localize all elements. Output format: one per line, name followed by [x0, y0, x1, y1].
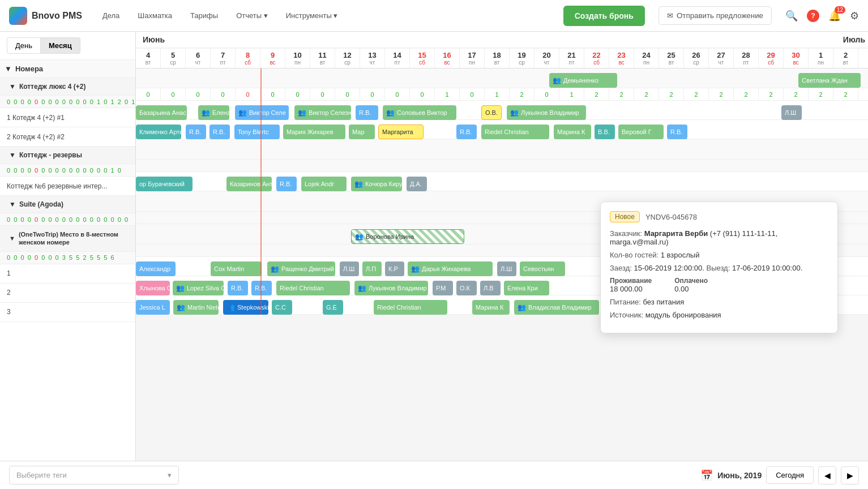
cottage2-booking-row: Клименко Арте R.B. R.B. Tony Blertc Мари	[136, 120, 868, 139]
nav-instrumenty[interactable]: Инструменты	[279, 7, 345, 24]
arrow-down-icon2: ▼	[9, 83, 16, 91]
tooltip-customer: Заказчик: Маргарита Верби (+7 (911) 111-…	[610, 229, 828, 246]
header: Bnovo PMS Дела Шахматка Тарифы Отчеты Ин…	[0, 0, 868, 32]
num-cell-12: 1	[435, 88, 460, 100]
cottage1-booking-row: Базарьина Анас 👥Елена И 👥Виктор Селе 👥Ви…	[136, 101, 868, 120]
source-value: модуль бронирования	[645, 311, 721, 319]
create-booking-button[interactable]: Создать бронь	[563, 6, 645, 26]
num-cell-10: 0	[385, 88, 410, 100]
food-label: Питание:	[610, 298, 641, 306]
day-cell-7: 7пт	[211, 49, 236, 68]
main-nav: Дела Шахматка Тарифы Отчеты Инструменты	[96, 7, 344, 24]
checkin-label: Заезд:	[610, 264, 632, 272]
arrow-down-icon3: ▼	[9, 151, 16, 159]
cottage-lux-label: Коттедж люкс 4 (+2)	[19, 83, 86, 91]
arrow-down-icon: ▼	[5, 65, 12, 73]
view-month-button[interactable]: Месяц	[41, 37, 80, 54]
checkout-value: 17-06-2019 10:00:00.	[732, 264, 802, 272]
day-cell-1: 1пн	[809, 49, 833, 68]
calendar-icon[interactable]: 📅	[700, 469, 713, 482]
june-header: Июнь	[136, 32, 822, 48]
nav-shahmatka[interactable]: Шахматка	[131, 7, 179, 24]
view-day-button[interactable]: День	[7, 37, 41, 54]
settings-button[interactable]: ⚙	[850, 10, 859, 22]
day-cell-26: 26ср	[684, 49, 709, 68]
day-cell-28: 28пт	[734, 49, 759, 68]
day-cell-24: 24пн	[634, 49, 659, 68]
suite-label: Suite (Agoda)	[19, 200, 63, 208]
num-cell-21: 2	[659, 88, 684, 100]
logo: Bnovo PMS	[9, 7, 82, 25]
num-cell-22: 2	[684, 88, 709, 100]
search-button[interactable]: 🔍	[785, 10, 798, 22]
day-cell-19: 19ср	[510, 49, 535, 68]
day-cell-14: 14пт	[385, 49, 410, 68]
rooms-label: Номера	[15, 65, 43, 73]
guests-icon: 👥	[553, 76, 561, 84]
day-cell-5: 5ср	[161, 49, 186, 68]
cottage-lux-numbers: 00000000000010120122222222222	[136, 88, 868, 101]
num-cell-18: 2	[584, 88, 609, 100]
sidebar: ДеньМесяц ▼ Номера ▼ Коттедж люкс 4 (+2)…	[0, 32, 136, 461]
day-cell-15: 15сб	[410, 49, 435, 68]
envelope-icon: ✉	[667, 11, 673, 20]
customer-name: Маргарита Верби	[644, 229, 708, 238]
today-line	[260, 68, 262, 315]
num-cell-5: 0	[260, 88, 285, 100]
guests-value: 1 взрослый	[661, 251, 700, 259]
num-cell-20: 2	[634, 88, 659, 100]
notifications-button[interactable]: 🔔 12	[828, 10, 841, 22]
cottage-reserve-grid-header	[136, 139, 868, 160]
footer: Выберите теги ▾ 📅 Июнь, 2019 Сегодня ◀ ▶	[0, 461, 868, 489]
num-cell-1: 0	[161, 88, 186, 100]
current-month-display: Июнь, 2019	[717, 471, 762, 480]
header-icons: 🔍 ? 🔔 12 ⚙	[785, 10, 859, 22]
stay-value: 18 000.00	[610, 285, 652, 293]
app-name: Bnovo PMS	[32, 11, 82, 21]
num-cell-14: 1	[485, 88, 510, 100]
arrow-down-icon5: ▼	[9, 234, 15, 242]
suite-section[interactable]: ▼ Suite (Agoda)	[0, 196, 135, 213]
cottage-lux-section[interactable]: ▼ Коттедж люкс 4 (+2)	[0, 78, 135, 96]
guests-count-label: Кол-во гостей:	[610, 251, 659, 259]
bed2-row: 2	[0, 284, 135, 303]
onetwotip-numbers: 0 0 0 0 0 0 0 0 3 5 5 2 5 5 5 6	[0, 252, 135, 264]
day-cell-9: 9вс	[260, 49, 285, 68]
tooltip-guests: Кол-во гостей: 1 взрослый	[610, 251, 828, 259]
day-cell-12: 12ср	[335, 49, 360, 68]
footer-right: 📅 Июнь, 2019 Сегодня ◀ ▶	[700, 466, 859, 484]
footer-left: Выберите теги ▾	[9, 466, 694, 484]
day-cell-23: 23вс	[609, 49, 634, 68]
tooltip-source: Источник: модуль бронирования	[610, 311, 828, 319]
paid-value: 0.00	[674, 285, 708, 293]
day-cell-10: 10пн	[285, 49, 310, 68]
rooms-section[interactable]: ▼ Номера	[0, 60, 135, 78]
checkin-value: 15-06-2019 12:00:00.	[634, 264, 704, 272]
prev-month-button[interactable]: ◀	[818, 466, 836, 484]
num-cell-26: 2	[784, 88, 809, 100]
nav-otchety[interactable]: Отчеты	[229, 7, 275, 24]
onetwotip-section[interactable]: ▼ (OneTwoTrip) Место в 8-местном женском…	[0, 226, 135, 252]
send-proposal-button[interactable]: ✉ Отправить предложение	[659, 6, 772, 25]
tags-dropdown[interactable]: Выберите теги ▾	[9, 466, 179, 484]
help-button[interactable]: ?	[807, 10, 819, 22]
nav-tarify[interactable]: Тарифы	[183, 7, 225, 24]
checkout-label: Выезд:	[706, 264, 730, 272]
today-button[interactable]: Сегодня	[766, 466, 814, 484]
tags-dropdown-arrow: ▾	[168, 471, 172, 479]
cottage-reserve-section[interactable]: ▼ Коттедж - резервы	[0, 147, 135, 164]
nav-dela[interactable]: Дела	[96, 7, 126, 24]
cottage1-row: 1 Котедж 4 (+2) #1	[0, 108, 135, 127]
cottage-res-row: Коттедж №6 резервные интер...	[0, 177, 135, 196]
day-cell-29: 29сб	[759, 49, 784, 68]
paid-col: Оплачено 0.00	[674, 277, 708, 293]
num-cell-7: 0	[310, 88, 335, 100]
calendar-area: Июнь Июль 4вт5ср6чт7пт8сб9вс10пн11вт12ср…	[136, 32, 868, 461]
num-cell-4: 0	[236, 88, 260, 100]
next-month-button[interactable]: ▶	[841, 466, 859, 484]
source-label: Источник:	[610, 311, 643, 319]
tooltip-food: Питание: без питания	[610, 298, 828, 306]
food-value: без питания	[643, 298, 685, 306]
arrow-down-icon4: ▼	[9, 200, 16, 208]
booking-status-badge: Новое	[610, 211, 640, 222]
